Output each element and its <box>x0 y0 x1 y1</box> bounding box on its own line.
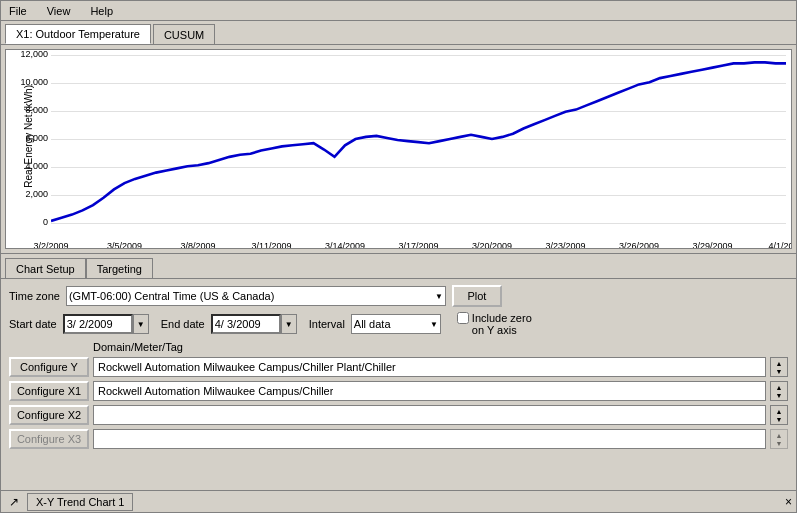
x-label-5: 3/17/2009 <box>398 241 438 249</box>
configure-x1-field: Rockwell Automation Milwaukee Campus/Chi… <box>93 381 766 401</box>
timezone-label: Time zone <box>9 290 60 302</box>
configure-x1-button[interactable]: Configure X1 <box>9 381 89 401</box>
plot-button[interactable]: Plot <box>452 285 502 307</box>
y-label-5: 2,000 <box>25 189 48 199</box>
status-bar: ↗ X-Y Trend Chart 1 × <box>1 490 796 512</box>
scroll-up-icon: ▲ <box>776 360 783 367</box>
end-date-input[interactable]: 4/ 3/2009 <box>211 314 281 334</box>
main-window: File View Help X1: Outdoor Temperature C… <box>0 0 797 513</box>
chart-tabs: X1: Outdoor Temperature CUSUM <box>1 21 796 45</box>
tab-cusum[interactable]: CUSUM <box>153 24 215 44</box>
x-label-1: 3/5/2009 <box>107 241 142 249</box>
tab-outdoor-temp[interactable]: X1: Outdoor Temperature <box>5 24 151 44</box>
configure-x3-button: Configure X3 <box>9 429 89 449</box>
setup-tab-targeting[interactable]: Targeting <box>86 258 153 278</box>
y-label-0: 12,000 <box>20 49 48 59</box>
menu-view[interactable]: View <box>43 4 75 18</box>
configure-y-scroll[interactable]: ▲ ▼ <box>770 357 788 377</box>
x-label-4: 3/14/2009 <box>325 241 365 249</box>
x-label-6: 3/20/2009 <box>472 241 512 249</box>
scroll-up-x2-icon: ▲ <box>776 408 783 415</box>
grid-6: 0 <box>51 223 786 224</box>
scroll-up-x3-icon: ▲ <box>776 432 783 439</box>
configure-x2-button[interactable]: Configure X2 <box>9 405 89 425</box>
timezone-select[interactable]: (GMT-06:00) Central Time (US & Canada) ▼ <box>66 286 446 306</box>
chart-plot-area: 12,000 10,000 8,000 6,000 4,000 2,000 0 <box>51 55 786 223</box>
start-date-label: Start date <box>9 318 57 330</box>
x-label-2: 3/8/2009 <box>180 241 215 249</box>
x-label-9: 3/29/2009 <box>692 241 732 249</box>
menu-help[interactable]: Help <box>86 4 117 18</box>
status-tab[interactable]: X-Y Trend Chart 1 <box>27 493 133 511</box>
setup-tabs: Chart Setup Targeting <box>1 254 796 279</box>
scroll-down-x2-icon: ▼ <box>776 416 783 423</box>
configure-y-button[interactable]: Configure Y <box>9 357 89 377</box>
timezone-row: Time zone (GMT-06:00) Central Time (US &… <box>9 285 788 307</box>
configure-x3-row: Configure X3 ▲ ▼ <box>9 429 788 449</box>
interval-select[interactable]: All data ▼ <box>351 314 441 334</box>
end-date-label: End date <box>161 318 205 330</box>
configure-area: Configure Y Rockwell Automation Milwauke… <box>9 357 788 449</box>
dmt-header: Domain/Meter/Tag <box>93 341 788 353</box>
menu-file[interactable]: File <box>5 4 31 18</box>
interval-label: Interval <box>309 318 345 330</box>
include-zero-area: Include zero on Y axis <box>457 312 532 336</box>
bottom-panel: Chart Setup Targeting Time zone (GMT-06:… <box>1 253 796 490</box>
menu-bar: File View Help <box>1 1 796 21</box>
y-label-2: 8,000 <box>25 105 48 115</box>
configure-x2-scroll[interactable]: ▲ ▼ <box>770 405 788 425</box>
scroll-down-x1-icon: ▼ <box>776 392 783 399</box>
setup-content: Time zone (GMT-06:00) Central Time (US &… <box>1 279 796 490</box>
configure-x2-field <box>93 405 766 425</box>
y-label-3: 6,000 <box>25 133 48 143</box>
x-label-0: 3/2/2009 <box>33 241 68 249</box>
chart-svg <box>51 55 786 223</box>
configure-x3-scroll: ▲ ▼ <box>770 429 788 449</box>
status-close-button[interactable]: × <box>785 495 792 509</box>
x-label-7: 3/23/2009 <box>545 241 585 249</box>
scroll-down-x3-icon: ▼ <box>776 440 783 447</box>
configure-x2-row: Configure X2 ▲ ▼ <box>9 405 788 425</box>
x-label-8: 3/26/2009 <box>619 241 659 249</box>
configure-x1-scroll[interactable]: ▲ ▼ <box>770 381 788 401</box>
y-label-6: 0 <box>43 217 48 227</box>
y-label-4: 4,000 <box>25 161 48 171</box>
end-date-dropdown-button[interactable]: ▼ <box>281 314 297 334</box>
scroll-down-icon: ▼ <box>776 368 783 375</box>
include-zero-checkbox[interactable] <box>457 312 469 324</box>
scroll-up-x1-icon: ▲ <box>776 384 783 391</box>
interval-arrow-icon: ▼ <box>430 320 438 329</box>
configure-x3-field <box>93 429 766 449</box>
y-label-1: 10,000 <box>20 77 48 87</box>
start-date-input[interactable]: 3/ 2/2009 <box>63 314 133 334</box>
trend-chart-icon: ↗ <box>5 493 23 511</box>
x-label-10: 4/1/2009 <box>768 241 792 249</box>
on-y-axis-label: on Y axis <box>472 324 517 336</box>
start-date-dropdown-button[interactable]: ▼ <box>133 314 149 334</box>
configure-y-field: Rockwell Automation Milwaukee Campus/Chi… <box>93 357 766 377</box>
timezone-arrow-icon: ▼ <box>435 292 443 301</box>
x-label-3: 3/11/2009 <box>251 241 291 249</box>
setup-tab-chart[interactable]: Chart Setup <box>5 258 86 278</box>
chart-area: Real Energy Net (kWh) 12,000 10,000 8,00… <box>5 49 792 249</box>
date-row: Start date 3/ 2/2009 ▼ End date 4/ 3/200… <box>9 312 788 336</box>
configure-y-row: Configure Y Rockwell Automation Milwauke… <box>9 357 788 377</box>
chart-line <box>51 62 786 221</box>
configure-x1-row: Configure X1 Rockwell Automation Milwauk… <box>9 381 788 401</box>
include-zero-label: Include zero <box>472 312 532 324</box>
